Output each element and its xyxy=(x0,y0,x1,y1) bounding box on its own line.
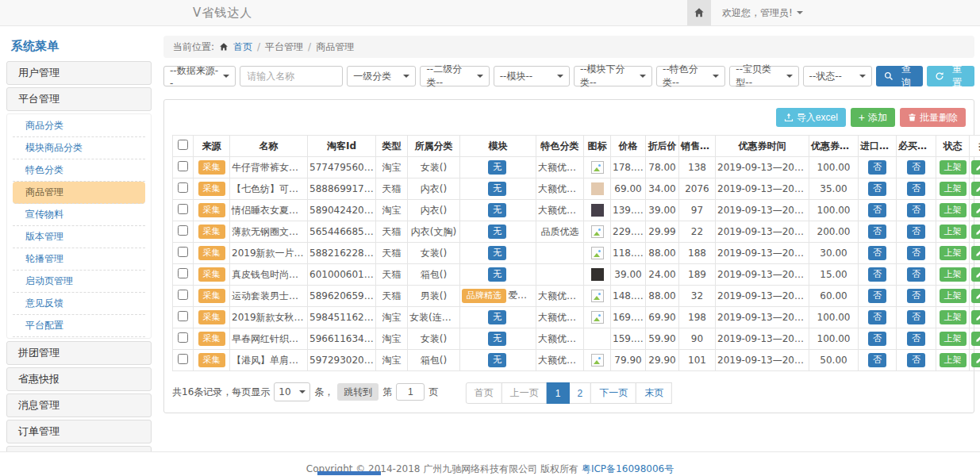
search-button[interactable]: 查询 xyxy=(876,66,924,86)
row-checkbox[interactable] xyxy=(178,290,188,300)
add-button[interactable]: + 添加 xyxy=(851,108,895,127)
row-checkbox[interactable] xyxy=(178,182,188,193)
row-checkbox[interactable] xyxy=(178,354,188,364)
sidebar-submenu-item[interactable]: 轮播管理 xyxy=(13,248,145,271)
filter-select[interactable]: 一级分类 xyxy=(347,66,416,86)
status-badge[interactable]: 上架 xyxy=(940,225,967,238)
sidebar-group[interactable]: 用户管理 xyxy=(6,61,152,85)
imported-badge[interactable]: 否 xyxy=(868,246,886,259)
status-badge[interactable]: 上架 xyxy=(940,203,967,217)
row-checkbox[interactable] xyxy=(178,247,188,257)
column-header: 销售数量 xyxy=(679,136,716,157)
sidebar-submenu-item[interactable]: 商品管理 xyxy=(13,182,145,204)
status-badge[interactable]: 上架 xyxy=(940,332,967,345)
sidebar-submenu-item[interactable]: 模块商品分类 xyxy=(13,137,145,159)
jump-button[interactable]: 跳转到 xyxy=(337,383,379,401)
must-buy-badge[interactable]: 否 xyxy=(907,310,925,324)
sidebar-group[interactable]: 省惠快报 xyxy=(6,367,152,391)
must-buy-badge[interactable]: 否 xyxy=(907,160,925,174)
page-button[interactable]: 上一页 xyxy=(502,382,548,404)
import-excel-button[interactable]: 导入excel xyxy=(776,108,846,127)
page-button[interactable]: 首页 xyxy=(466,382,502,404)
imported-badge[interactable]: 否 xyxy=(868,353,886,367)
page-button[interactable]: 下一页 xyxy=(590,382,636,404)
edit-button[interactable] xyxy=(971,225,980,239)
edit-button[interactable] xyxy=(971,353,980,367)
must-buy-badge[interactable]: 否 xyxy=(907,225,925,238)
icp-link[interactable]: 粤ICP备16098006号 xyxy=(582,463,674,474)
sidebar-submenu-item[interactable]: 商品分类 xyxy=(13,115,145,137)
name-search-input[interactable] xyxy=(240,66,343,86)
row-checkbox[interactable] xyxy=(178,311,188,321)
filter-select[interactable]: --模块-- xyxy=(494,66,570,86)
home-button[interactable] xyxy=(687,0,711,25)
must-buy-badge[interactable]: 否 xyxy=(907,332,925,345)
imported-badge[interactable]: 否 xyxy=(868,225,886,238)
sidebar-group[interactable]: 消息管理 xyxy=(6,393,152,417)
filter-select[interactable]: --模块下分类-- xyxy=(574,66,652,86)
sidebar-submenu-item[interactable]: 宣传物料 xyxy=(13,204,145,226)
status-badge[interactable]: 上架 xyxy=(940,182,967,195)
select-all-checkbox[interactable] xyxy=(178,140,188,150)
table-row: 采集 2019新款一片式系... 588216228899 天猫 女装() 无 … xyxy=(173,243,980,264)
reset-button[interactable]: 重置 xyxy=(927,66,974,86)
filter-select[interactable]: --特色分类-- xyxy=(656,66,725,86)
jump-page-input[interactable] xyxy=(396,383,425,401)
must-buy-badge[interactable]: 否 xyxy=(907,203,925,217)
breadcrumb-home-link[interactable]: 首页 xyxy=(233,40,252,54)
must-buy-badge[interactable]: 否 xyxy=(907,289,925,302)
page-size-select[interactable]: 10 xyxy=(274,382,310,401)
sidebar-submenu-item[interactable]: 平台配置 xyxy=(13,315,145,337)
row-checkbox[interactable] xyxy=(178,161,188,171)
row-checkbox[interactable] xyxy=(178,268,188,278)
imported-badge[interactable]: 否 xyxy=(868,332,886,345)
edit-button[interactable] xyxy=(971,332,980,346)
edit-button[interactable] xyxy=(971,310,980,324)
must-buy-badge[interactable]: 否 xyxy=(907,182,925,195)
status-badge[interactable]: 上架 xyxy=(940,267,967,281)
must-buy-badge[interactable]: 否 xyxy=(907,353,925,367)
module-cell: 无 xyxy=(460,200,536,221)
filter-select[interactable]: --状态-- xyxy=(803,66,872,86)
page-button[interactable]: 1 xyxy=(547,382,570,404)
imported-badge[interactable]: 否 xyxy=(868,203,886,217)
edit-button[interactable] xyxy=(971,267,980,282)
must-buy-badge[interactable]: 否 xyxy=(907,246,925,259)
table-row: 采集 2019新款女秋薄款... 598451162391 淘宝 女装(连衣裙)… xyxy=(173,307,980,328)
edit-button[interactable] xyxy=(971,246,980,260)
edit-button[interactable] xyxy=(971,160,980,175)
status-badge[interactable]: 上架 xyxy=(940,310,967,324)
row-checkbox[interactable] xyxy=(178,204,188,214)
row-checkbox[interactable] xyxy=(178,332,188,343)
sidebar-group[interactable]: 订单管理 xyxy=(6,420,152,443)
page-button[interactable]: 末页 xyxy=(636,382,672,404)
batch-delete-button[interactable]: 批量删除 xyxy=(900,108,966,127)
sidebar-submenu-item[interactable]: 版本管理 xyxy=(13,226,145,248)
filter-select[interactable]: --宝贝类型-- xyxy=(729,66,798,86)
imported-badge[interactable]: 否 xyxy=(868,160,886,174)
sidebar-group[interactable]: 平台管理 xyxy=(6,87,152,111)
sidebar-group[interactable]: 拼团管理 xyxy=(6,341,152,365)
status-badge[interactable]: 上架 xyxy=(940,160,967,174)
filter-select[interactable]: --二级分类-- xyxy=(420,66,489,86)
status-badge[interactable]: 上架 xyxy=(940,353,967,367)
imported-badge[interactable]: 否 xyxy=(868,289,886,302)
edit-button[interactable] xyxy=(971,203,980,217)
row-checkbox[interactable] xyxy=(178,225,188,236)
imported-badge[interactable]: 否 xyxy=(868,310,886,324)
sidebar-submenu-item[interactable]: 特色分类 xyxy=(13,159,145,182)
edit-button[interactable] xyxy=(971,182,980,196)
sales-count: 138 xyxy=(679,157,716,178)
page-button[interactable]: 2 xyxy=(569,382,592,404)
status-badge[interactable]: 上架 xyxy=(940,289,967,302)
status-badge[interactable]: 上架 xyxy=(940,246,967,259)
sidebar-submenu-item[interactable]: 启动页管理 xyxy=(13,271,145,293)
must-buy-badge[interactable]: 否 xyxy=(907,267,925,281)
user-menu[interactable]: 欢迎您，管理员! xyxy=(722,6,803,20)
imported-badge[interactable]: 否 xyxy=(868,182,886,195)
edit-button[interactable] xyxy=(971,289,980,303)
sidebar-submenu-item[interactable]: 意见反馈 xyxy=(13,293,145,315)
imported-badge[interactable]: 否 xyxy=(868,267,886,281)
data-source-select[interactable]: --数据来源-- xyxy=(163,66,236,86)
sidebar-group[interactable]: 兑换管理 xyxy=(6,446,152,451)
